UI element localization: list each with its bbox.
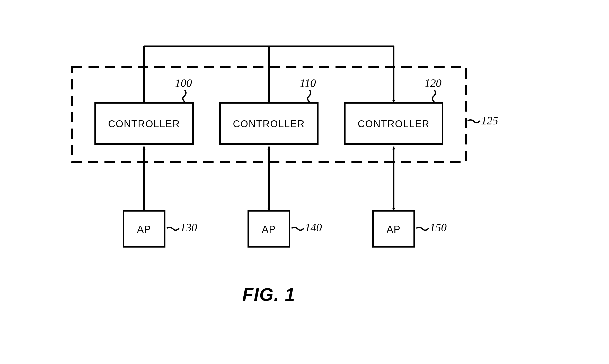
ref-140: 140 <box>305 221 322 234</box>
ref-125: 125 <box>481 114 498 127</box>
controller-label-100: CONTROLLER <box>108 119 180 129</box>
ref-120: 120 <box>425 77 442 89</box>
figure-1-diagram: CONTROLLER CONTROLLER CONTROLLER 100 110… <box>0 0 609 364</box>
ap-label-130: AP <box>137 224 151 235</box>
controller-label-110: CONTROLLER <box>233 119 305 129</box>
figure-caption: FIG. 1 <box>242 285 295 305</box>
ref-100: 100 <box>175 77 192 89</box>
ref-150: 150 <box>430 221 447 234</box>
ref-130: 130 <box>180 221 197 234</box>
controller-label-120: CONTROLLER <box>358 119 430 129</box>
ap-label-140: AP <box>262 224 276 235</box>
ref-110: 110 <box>300 77 316 89</box>
ap-label-150: AP <box>387 224 401 235</box>
